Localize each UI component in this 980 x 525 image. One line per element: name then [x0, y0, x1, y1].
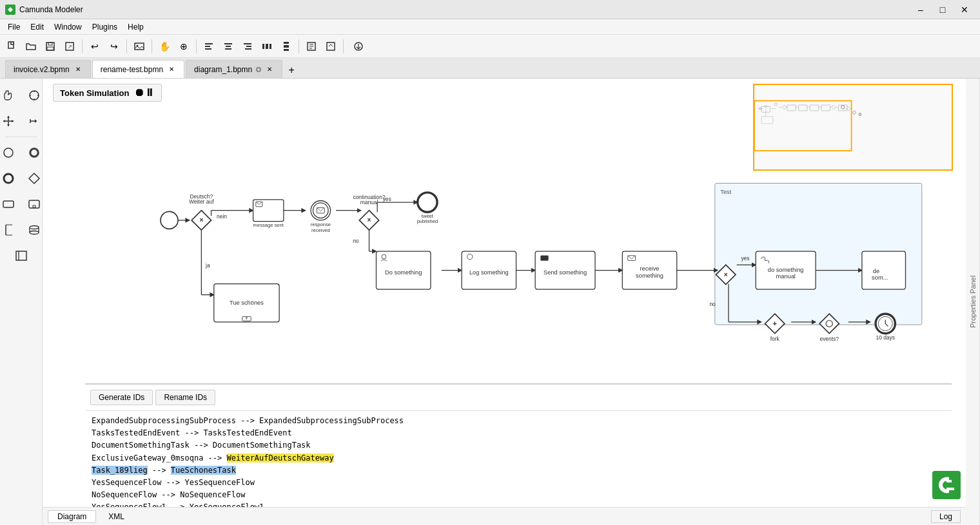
- image-button[interactable]: [130, 37, 148, 55]
- end-event-btn[interactable]: [0, 167, 20, 190]
- toolbar-sep-2: [126, 39, 127, 53]
- dist-v-button[interactable]: [277, 37, 295, 55]
- open-button[interactable]: [22, 37, 40, 55]
- svg-rect-12: [226, 46, 231, 47]
- canvas-area[interactable]: Token Simulation ⏺⏸ Test nein: [43, 79, 966, 525]
- hand-tool[interactable]: ✋: [155, 37, 173, 55]
- lane-test-label: Test: [720, 189, 731, 195]
- minimize-button[interactable]: –: [910, 3, 931, 16]
- log-button[interactable]: Log: [931, 510, 961, 523]
- hand-tool-btn[interactable]: [0, 84, 20, 107]
- menu-plugins[interactable]: Plugins: [87, 21, 122, 33]
- svg-text:yes: yes: [741, 255, 749, 262]
- align-right-button[interactable]: [239, 37, 257, 55]
- svg-text:ja: ja: [205, 262, 210, 269]
- menu-help[interactable]: Help: [122, 21, 149, 33]
- subprocess-right[interactable]: [862, 251, 906, 289]
- bottom-panel-toolbar: Generate IDs Rename IDs: [85, 385, 952, 411]
- svg-rect-18: [266, 44, 268, 49]
- tool-row-2: [0, 110, 46, 133]
- tab-diagram[interactable]: Diagram: [48, 510, 96, 523]
- maximize-button[interactable]: □: [932, 3, 953, 16]
- shape-row-3: [0, 193, 46, 216]
- svg-rect-95: [761, 117, 773, 124]
- left-toolbox: [0, 79, 43, 525]
- minimap-svg: [754, 85, 953, 171]
- task-receive-label-1: receive: [640, 265, 660, 272]
- gateway-fork-marker: +: [772, 319, 777, 328]
- move-tool-btn[interactable]: [0, 110, 20, 133]
- token-sim-label: Token Simulation: [60, 88, 129, 98]
- svg-marker-78: [782, 105, 787, 110]
- toolbar-sep-3: [152, 39, 152, 53]
- tab-rename-close[interactable]: ✕: [167, 65, 176, 74]
- annotation-btn[interactable]: [0, 218, 20, 242]
- msg-send-label: message sent: [253, 222, 284, 228]
- align-left-button[interactable]: [200, 37, 218, 55]
- dist-h-button[interactable]: [258, 37, 276, 55]
- redo-button[interactable]: ↪: [105, 37, 123, 55]
- svg-point-77: [774, 103, 777, 106]
- id-list[interactable]: ExpandedSubprocessingSubProcess --> Expa…: [85, 411, 952, 510]
- tab-unsaved-dot: [256, 67, 261, 72]
- task-manual-label-1: do something: [768, 267, 804, 273]
- tab-diagram1-label: diagram_1.bpmn: [194, 65, 252, 74]
- svg-rect-84: [839, 105, 847, 111]
- bottom-tabs: Diagram XML Log: [43, 507, 966, 525]
- subprocess-right-label: de: [873, 268, 879, 274]
- msg-send-task[interactable]: [253, 200, 284, 222]
- gateway-weiter-label-2: Deutsch?: [190, 193, 213, 200]
- task-send-icon: [541, 256, 549, 261]
- svg-point-35: [4, 174, 13, 183]
- subprocess-right-label-2: som...: [872, 274, 888, 281]
- shape-row-1: [0, 141, 46, 164]
- lasso-tool[interactable]: ⊕: [175, 37, 193, 55]
- close-button[interactable]: ✕: [954, 3, 975, 16]
- svg-rect-21: [284, 45, 289, 48]
- tab-invoice-close[interactable]: ✕: [74, 65, 83, 74]
- tab-xml[interactable]: XML: [99, 510, 134, 523]
- pool-btn[interactable]: [10, 244, 33, 267]
- tab-diagram1[interactable]: diagram_1.bpmn ✕: [186, 60, 282, 78]
- toolbar-sep-4: [196, 39, 197, 53]
- save-button[interactable]: [41, 37, 59, 55]
- timer-end-label: 10 days: [876, 334, 895, 341]
- svg-rect-22: [284, 49, 289, 51]
- id-row-3: DocumentSomethingTask --> DocumentSometh…: [92, 439, 945, 452]
- tab-diagram1-close[interactable]: ✕: [265, 65, 274, 74]
- edit2-button[interactable]: [322, 37, 340, 55]
- svg-text:nein: nein: [217, 213, 227, 220]
- toolbar-sep-6: [343, 39, 344, 53]
- import-button[interactable]: [347, 37, 370, 55]
- msg-catch-event[interactable]: [311, 201, 330, 220]
- svg-rect-79: [787, 105, 796, 111]
- menu-file[interactable]: File: [3, 21, 25, 33]
- tool-sep-1: [5, 137, 37, 137]
- svg-point-99: [853, 111, 856, 113]
- svg-point-34: [30, 149, 37, 157]
- align-center-button[interactable]: [219, 37, 237, 55]
- start-event[interactable]: [161, 211, 178, 229]
- gateway-manual-label-2: continuation?: [353, 194, 386, 200]
- add-tab-button[interactable]: +: [284, 62, 299, 78]
- svg-rect-38: [29, 200, 39, 208]
- start-event-btn[interactable]: [0, 141, 20, 164]
- tab-invoice[interactable]: invoice.v2.bpmn ✕: [5, 60, 91, 78]
- tab-rename-test[interactable]: rename-test.bpmn ✕: [92, 60, 184, 78]
- edit-label-button[interactable]: [302, 37, 320, 55]
- generate-ids-button[interactable]: Generate IDs: [90, 390, 153, 405]
- end-tweet[interactable]: [418, 193, 437, 212]
- tab-invoice-label: invoice.v2.bpmn: [14, 65, 70, 74]
- svg-rect-8: [205, 43, 213, 44]
- menu-window[interactable]: Window: [49, 21, 87, 33]
- properties-panel[interactable]: Properties Panel: [966, 79, 980, 525]
- new-button[interactable]: [3, 37, 21, 55]
- svg-marker-83: [832, 105, 836, 110]
- rename-ids-button[interactable]: Rename IDs: [155, 390, 215, 405]
- svg-rect-81: [810, 105, 818, 111]
- task-btn[interactable]: [0, 193, 20, 216]
- menu-edit[interactable]: Edit: [25, 21, 49, 33]
- svg-rect-96: [754, 100, 852, 151]
- saveas-button[interactable]: ↗: [61, 37, 79, 55]
- undo-button[interactable]: ↩: [86, 37, 104, 55]
